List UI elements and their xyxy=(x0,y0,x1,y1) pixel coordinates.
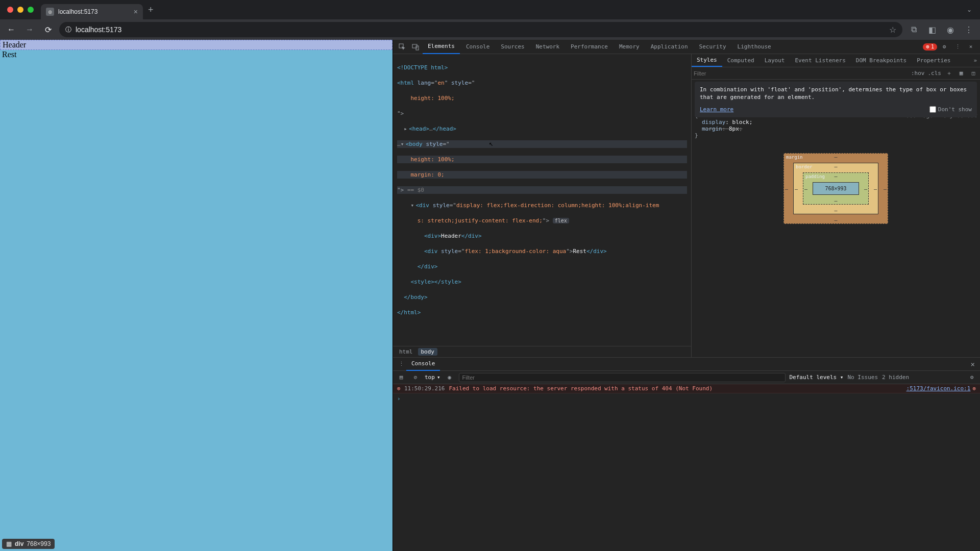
dom-line[interactable]: <div> xyxy=(424,233,441,239)
devtools-settings-icon[interactable]: ⚙ xyxy=(938,41,950,53)
minimize-window-button[interactable] xyxy=(17,7,23,13)
inspect-element-icon[interactable] xyxy=(396,41,408,53)
console-error-row[interactable]: ⊗ 11:50:29.216 Failed to load resource: … xyxy=(393,384,980,393)
devtools-close-icon[interactable]: × xyxy=(965,41,977,53)
learn-more-link[interactable]: Learn more xyxy=(700,106,733,113)
side-panel-icon[interactable]: ◧ xyxy=(925,22,939,37)
bookmark-icon[interactable]: ☆ xyxy=(889,25,896,35)
tab-application[interactable]: Application xyxy=(646,40,693,54)
dom-line[interactable]: height: 100%; xyxy=(397,94,687,102)
styles-tab-dom-breakpoints[interactable]: DOM Breakpoints xyxy=(851,54,912,67)
tab-sources[interactable]: Sources xyxy=(496,40,529,54)
dom-line[interactable]: </html> xyxy=(397,309,421,316)
tab-close-button[interactable]: × xyxy=(134,8,138,16)
dom-line[interactable]: <style> xyxy=(411,279,434,285)
tab-console[interactable]: Console xyxy=(461,40,495,54)
log-message: Failed to load resource: the server resp… xyxy=(449,385,906,392)
device-toolbar-icon[interactable] xyxy=(409,41,422,53)
console-toolbar: ▤ ⊘ top ▾ ◉ Default levels ▾ No Issues 2… xyxy=(393,371,980,384)
drawer-tab-console[interactable]: Console xyxy=(406,358,440,371)
dom-line[interactable]: <!DOCTYPE html> xyxy=(397,64,448,71)
dom-line[interactable]: <head> xyxy=(409,126,429,132)
site-info-icon[interactable]: ⓘ xyxy=(65,26,71,34)
console-settings-icon[interactable]: ⚙ xyxy=(967,372,977,383)
reload-button[interactable]: ⟳ xyxy=(41,22,55,37)
tab-security[interactable]: Security xyxy=(694,40,731,54)
dom-line[interactable]: margin: 0; xyxy=(397,171,687,179)
dom-line[interactable]: </div> xyxy=(418,263,438,270)
cls-toggle[interactable]: .cls xyxy=(928,70,942,77)
dom-line[interactable]: <div xyxy=(416,202,433,209)
maximize-window-button[interactable] xyxy=(28,7,34,13)
hov-toggle[interactable]: :hov xyxy=(911,70,925,77)
main-area: Header Rest ▦ div 768×993 Elements Conso… xyxy=(0,40,980,551)
drawer-tabbar: ⋮ Console × xyxy=(393,358,980,371)
extensions-icon[interactable]: ⧉ xyxy=(906,22,921,37)
tab-performance[interactable]: Performance xyxy=(566,40,613,54)
console-filter-input[interactable] xyxy=(459,373,786,382)
styles-body: In combination with 'float' and 'positio… xyxy=(692,80,980,357)
live-expression-icon[interactable]: ◉ xyxy=(445,372,455,383)
profile-icon[interactable]: ◉ xyxy=(943,22,958,37)
tab-memory[interactable]: Memory xyxy=(614,40,645,54)
console-sidebar-toggle-icon[interactable]: ▤ xyxy=(396,372,406,383)
styles-tab-layout[interactable]: Layout xyxy=(760,54,790,67)
box-margin[interactable]: margin – – – – border – – – – xyxy=(783,153,888,224)
console-body[interactable]: ⊗ 11:50:29.216 Failed to load resource: … xyxy=(393,384,980,551)
dom-line[interactable]: height: 100%; xyxy=(397,156,687,163)
forward-button[interactable]: → xyxy=(22,22,37,37)
close-window-button[interactable] xyxy=(7,7,13,13)
box-content[interactable]: 768×993 xyxy=(813,182,859,195)
new-style-rule-icon[interactable]: ＋ xyxy=(944,69,953,78)
breadcrumb-html[interactable]: html xyxy=(396,348,416,356)
status-dims: 768×993 xyxy=(27,540,51,547)
dom-body-node[interactable]: <body xyxy=(406,141,426,147)
devtools-menu-icon[interactable]: ⋮ xyxy=(951,41,964,53)
console-prompt[interactable] xyxy=(393,393,980,404)
dont-show-checkbox[interactable] xyxy=(929,106,936,113)
dom-tree[interactable]: <!DOCTYPE html> <html lang="en" style=" … xyxy=(393,54,691,346)
tabs-dropdown-button[interactable]: ⌄ xyxy=(967,6,972,13)
styles-tab-event-listeners[interactable]: Event Listeners xyxy=(790,54,850,67)
issues-indicator[interactable]: No Issues xyxy=(847,374,878,381)
dom-line[interactable]: "> xyxy=(397,110,687,117)
box-padding[interactable]: padding – – – – 768×993 xyxy=(803,172,869,205)
chevron-down-icon: ▾ xyxy=(437,374,440,381)
drawer-close-icon[interactable]: × xyxy=(969,360,977,368)
box-border[interactable]: border – – – – padding – – – xyxy=(793,163,878,214)
log-source-link[interactable]: :5173/favicon.ico:1 xyxy=(906,385,971,392)
styles-tabbar: Styles Computed Layout Event Listeners D… xyxy=(692,54,980,67)
styles-filter-input[interactable] xyxy=(694,70,908,77)
execution-context-selector[interactable]: top ▾ xyxy=(425,374,440,381)
styles-tab-styles[interactable]: Styles xyxy=(692,54,722,67)
drawer-menu-icon[interactable]: ⋮ xyxy=(396,361,406,367)
breadcrumb-body[interactable]: body xyxy=(418,348,438,356)
tab-lighthouse[interactable]: Lighthouse xyxy=(732,40,776,54)
flex-badge[interactable]: flex xyxy=(553,218,569,223)
dom-line[interactable]: s: stretch;justify-content: flex-end; xyxy=(418,217,543,224)
tab-network[interactable]: Network xyxy=(531,40,565,54)
new-tab-button[interactable]: + xyxy=(148,5,154,15)
page-header-row: Header xyxy=(0,40,393,50)
error-count-badge[interactable]: 1 xyxy=(923,43,937,51)
box-model[interactable]: margin – – – – border – – – – xyxy=(783,153,888,224)
log-levels-selector[interactable]: Default levels ▾ xyxy=(790,374,844,381)
address-bar[interactable]: ⓘ localhost:5173 ☆ xyxy=(59,22,902,37)
styles-tab-computed[interactable]: Computed xyxy=(722,54,760,67)
back-button[interactable]: ← xyxy=(4,22,18,37)
dom-line[interactable]: <html xyxy=(397,80,418,86)
dont-show-toggle[interactable]: Don't show xyxy=(929,106,972,113)
browser-tab[interactable]: ⊕ localhost:5173 × xyxy=(41,4,143,19)
devtools-body: <!DOCTYPE html> <html lang="en" style=" … xyxy=(393,54,980,357)
clear-console-icon[interactable]: ⊘ xyxy=(410,372,421,383)
hidden-count[interactable]: 2 hidden xyxy=(882,374,909,381)
dom-line[interactable]: </body> xyxy=(404,294,427,300)
dom-line[interactable]: <div xyxy=(424,248,441,255)
styles-panel: Styles Computed Layout Event Listeners D… xyxy=(692,54,980,357)
styles-tabs-more-icon[interactable]: » xyxy=(970,54,980,67)
chrome-menu-icon[interactable]: ⋮ xyxy=(962,22,976,37)
toggle-rendering-icon[interactable]: ◫ xyxy=(969,69,978,78)
styles-tab-properties[interactable]: Properties xyxy=(912,54,955,67)
computed-styles-icon[interactable]: ▦ xyxy=(957,69,966,78)
tab-elements[interactable]: Elements xyxy=(423,40,460,54)
